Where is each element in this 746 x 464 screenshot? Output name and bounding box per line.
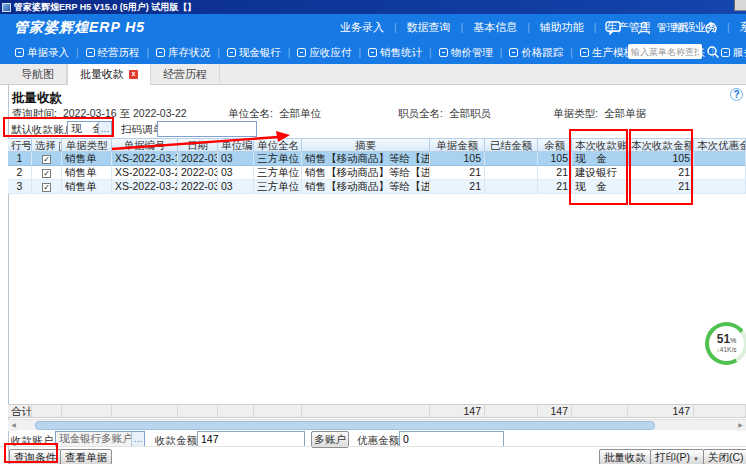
toolbar-item-document-entry[interactable]: 单据录入 bbox=[8, 46, 76, 60]
col-unit-name[interactable]: 单位全名 bbox=[254, 138, 302, 152]
query-conditions-button[interactable]: 查询条件 bbox=[9, 449, 61, 464]
col-doc-amount[interactable]: 单据金额 bbox=[430, 138, 485, 152]
toolbar-item-price-manage[interactable]: 物价管理 bbox=[432, 46, 500, 60]
receive-amount-input[interactable] bbox=[197, 431, 305, 447]
power-icon[interactable] bbox=[704, 21, 718, 35]
col-rowno[interactable]: 行号 bbox=[8, 138, 32, 152]
menu-item-aux-functions[interactable]: 辅助功能 bbox=[530, 20, 594, 35]
row-checkbox[interactable]: ✓ bbox=[42, 169, 51, 178]
col-doc-code[interactable]: 单据编号 bbox=[112, 138, 178, 152]
current-user-label[interactable]: 管理员 bbox=[657, 21, 689, 35]
default-account-combo[interactable]: 现 金 … bbox=[67, 121, 112, 137]
cell-receive-account[interactable]: 现 金 bbox=[572, 152, 628, 166]
discount-amount-input[interactable] bbox=[399, 431, 504, 447]
horizontal-scrollbar[interactable]: ◀ ▶ bbox=[8, 419, 746, 430]
toolbar-item-sales-stats[interactable]: 销售统计 bbox=[361, 46, 429, 60]
search-icon[interactable] bbox=[706, 45, 720, 59]
download-progress-badge[interactable]: 51% ↓41K/s bbox=[705, 322, 746, 365]
table-row[interactable]: 3 ✓ 销售单 XS-2022-03-22-014 2022-03-22 03 … bbox=[8, 180, 746, 194]
toolbar-item-cash-bank[interactable]: 现金银行 bbox=[220, 46, 288, 60]
message-icon[interactable] bbox=[605, 21, 621, 35]
cell-receive-amount[interactable]: 105 bbox=[628, 152, 694, 166]
row-checkbox[interactable]: ✓ bbox=[42, 183, 51, 192]
window-titlebar: 管家婆辉煌ERP H5 V15.0 (5用户) 试用版【】 bbox=[0, 0, 746, 14]
total-empty bbox=[112, 404, 178, 418]
cell-select[interactable]: ✓ bbox=[32, 152, 62, 166]
col-date[interactable]: 日期 bbox=[178, 138, 218, 152]
cell-balance: 21 bbox=[538, 166, 572, 180]
template-icon bbox=[580, 48, 589, 57]
receive-account-combo[interactable]: 现金银行多账户 … bbox=[55, 431, 145, 447]
cell-receive-account[interactable]: 建设银行 bbox=[572, 166, 628, 180]
query-staff: 职员全名:全部职员 bbox=[398, 107, 491, 121]
cell-discount[interactable] bbox=[694, 152, 746, 166]
payables-icon bbox=[297, 48, 306, 57]
cell-discount[interactable] bbox=[694, 180, 746, 194]
cell-summary: 销售【移动商品】等给【进货单位】： bbox=[302, 180, 430, 194]
cell-balance: 21 bbox=[538, 180, 572, 194]
menu-item-data-query[interactable]: 数据查询 bbox=[397, 20, 461, 35]
query-time: 查询时间:2022-03-16 至 2022-03-22 bbox=[12, 107, 187, 121]
price-track-icon bbox=[509, 48, 518, 57]
menu-search-input[interactable] bbox=[628, 44, 702, 59]
progress-percent: 51% bbox=[717, 334, 737, 346]
col-settled-amount[interactable]: 已结金额 bbox=[485, 138, 538, 152]
total-label: 合计 bbox=[8, 404, 32, 418]
cell-discount[interactable] bbox=[694, 166, 746, 180]
print-dropdown-icon[interactable]: ▼ bbox=[693, 456, 699, 462]
tab-business-history[interactable]: 经营历程 bbox=[151, 64, 220, 84]
toolbar-item-price-track[interactable]: 价格跟踪 bbox=[502, 46, 570, 60]
inventory-icon bbox=[156, 48, 165, 57]
cell-rowno: 1 bbox=[8, 152, 32, 166]
cell-receive-amount[interactable]: 21 bbox=[628, 166, 694, 180]
col-summary[interactable]: 摘要 bbox=[302, 138, 430, 152]
batch-receipt-button[interactable]: 批量收款 bbox=[599, 449, 651, 464]
col-balance[interactable]: 余额 bbox=[538, 138, 572, 152]
col-discount-amount[interactable]: 本次优惠金额 bbox=[694, 138, 746, 152]
tab-batch-receipt[interactable]: 批量收款x bbox=[67, 64, 151, 85]
table-row[interactable]: 2 ✓ 销售单 XS-2022-03-22-012 2022-03-22 03 … bbox=[8, 166, 746, 180]
menu-item-basic-info[interactable]: 基本信息 bbox=[463, 20, 527, 35]
cell-balance: 105 bbox=[538, 152, 572, 166]
cell-rowno: 2 bbox=[8, 166, 32, 180]
col-unit-code[interactable]: 单位编号 bbox=[218, 138, 254, 152]
col-receive-amount[interactable]: 本次收款金额 bbox=[628, 138, 694, 152]
cell-receive-amount[interactable]: 21 bbox=[628, 180, 694, 194]
cell-doc-code: XS-2022-03-18-007 bbox=[112, 152, 178, 166]
account-picker-icon[interactable]: … bbox=[98, 122, 111, 136]
table-row[interactable]: 1 ✓ 销售单 XS-2022-03-18-007 2022-03-18 03 … bbox=[8, 152, 746, 166]
tab-nav-map[interactable]: 导航图 bbox=[9, 64, 67, 84]
receive-account-picker-icon[interactable]: … bbox=[131, 432, 144, 446]
help-icon[interactable]: ? bbox=[730, 88, 743, 101]
toolbar-item-business-history[interactable]: 经营历程 bbox=[79, 46, 147, 60]
cell-doc-amount: 105 bbox=[430, 152, 485, 166]
toolbar-item-receivable-payable[interactable]: 应收应付 bbox=[290, 46, 358, 60]
menu-item-system-maintain[interactable]: 系统维护 bbox=[730, 20, 746, 35]
user-icon[interactable] bbox=[637, 21, 651, 35]
total-empty bbox=[178, 404, 218, 418]
close-button[interactable]: 关闭(C) bbox=[703, 449, 746, 464]
scroll-left-icon[interactable]: ◀ bbox=[8, 420, 19, 431]
cell-select[interactable]: ✓ bbox=[32, 180, 62, 194]
col-doc-type[interactable]: 单据类型 bbox=[62, 138, 112, 152]
row-checkbox[interactable]: ✓ bbox=[42, 155, 51, 164]
col-select[interactable]: 选择✓ bbox=[32, 138, 62, 152]
tab-close-icon[interactable]: x bbox=[129, 70, 138, 79]
col-receive-account[interactable]: 本次收款账户 bbox=[572, 138, 628, 152]
cash-bank-icon bbox=[227, 48, 236, 57]
scrollbar-thumb[interactable] bbox=[35, 421, 655, 430]
cell-doc-amount: 21 bbox=[430, 180, 485, 194]
cell-select[interactable]: ✓ bbox=[32, 166, 62, 180]
print-button[interactable]: 打印(P)▼ bbox=[650, 449, 704, 464]
cell-receive-account[interactable]: 现 金 bbox=[572, 180, 628, 194]
total-empty bbox=[572, 404, 628, 418]
total-doc-amount: 147 bbox=[430, 404, 485, 418]
view-document-button[interactable]: 查看单据 bbox=[60, 449, 112, 464]
price-manage-icon bbox=[439, 48, 448, 57]
menu-item-business-entry[interactable]: 业务录入 bbox=[330, 20, 394, 35]
toolbar-item-inventory-status[interactable]: 库存状况 bbox=[149, 46, 217, 60]
scroll-right-icon[interactable]: ▶ bbox=[735, 420, 746, 431]
cell-date: 2022-03-18 bbox=[178, 152, 218, 166]
cell-unit-code: 03 bbox=[218, 166, 254, 180]
scan-input[interactable] bbox=[157, 121, 257, 137]
